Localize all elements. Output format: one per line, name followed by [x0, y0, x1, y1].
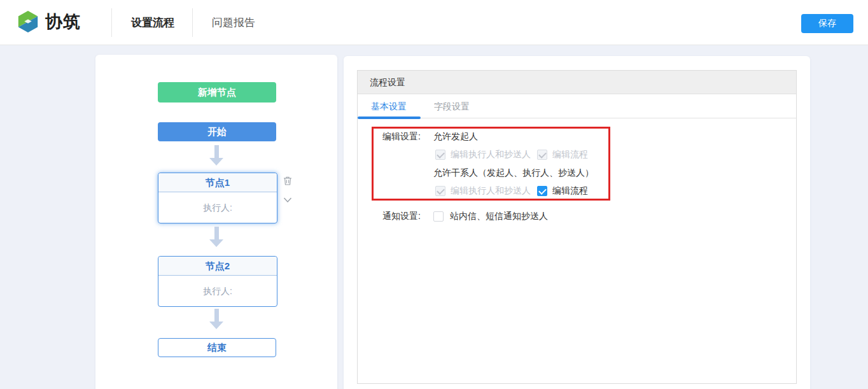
- flow-node-1[interactable]: 节点1 执行人:: [158, 173, 277, 223]
- panel-title: 流程设置: [358, 71, 796, 94]
- checkbox-edit-flow-disabled[interactable]: [537, 150, 547, 160]
- trash-icon[interactable]: [283, 176, 293, 186]
- nav-divider: [111, 8, 112, 37]
- flow-node-2[interactable]: 节点2 执行人:: [158, 256, 277, 307]
- app-logo: 协筑: [16, 10, 81, 34]
- node-executor-label: 执行人:: [158, 276, 277, 306]
- save-button[interactable]: 保存: [801, 14, 853, 33]
- stakeholder-option-2: 编辑流程: [537, 185, 588, 197]
- logo-text: 协筑: [45, 10, 81, 33]
- checkbox-edit-flow-checked[interactable]: [537, 186, 547, 196]
- allow-initiator-label: 允许发起人: [433, 131, 478, 143]
- checkbox-label: 编辑执行人和抄送人: [451, 149, 531, 160]
- settings-panel: 流程设置 基本设置 字段设置 编辑设置: 允许发起人 编辑执行人和抄送人 编辑流…: [344, 56, 810, 389]
- add-node-button[interactable]: 新增节点: [158, 82, 276, 103]
- settings-tabs: 基本设置 字段设置: [358, 94, 796, 118]
- start-node[interactable]: 开始: [158, 122, 276, 141]
- notify-settings-label: 通知设置:: [382, 211, 421, 222]
- tab-field-settings[interactable]: 字段设置: [434, 94, 470, 118]
- flow-arrow-down-icon: [95, 227, 337, 247]
- nav-tab-set-flow[interactable]: 设置流程: [113, 0, 192, 45]
- checkbox-label: 站内信、短信通知抄送人: [450, 211, 548, 222]
- node-executor-label: 执行人:: [158, 192, 277, 223]
- chevron-down-icon[interactable]: [283, 195, 293, 205]
- checkbox-label: 编辑执行人和抄送人: [451, 185, 531, 197]
- flow-arrow-down-icon: [95, 145, 337, 166]
- active-tab-underline: [358, 117, 421, 119]
- nav-divider: [192, 8, 193, 37]
- node-tools: [283, 176, 293, 205]
- flow-arrow-down-icon: [95, 309, 337, 329]
- logo-icon: [16, 10, 40, 34]
- stakeholder-option-1: 编辑执行人和抄送人: [435, 185, 531, 197]
- top-bar: 协筑 设置流程 问题报告 保存: [0, 0, 868, 45]
- tab-basic-settings[interactable]: 基本设置: [371, 94, 407, 118]
- checkbox-notify-unchecked[interactable]: [433, 211, 444, 222]
- notify-option: 站内信、短信通知抄送人: [433, 211, 548, 222]
- checkbox-label: 编辑流程: [552, 149, 588, 160]
- checkbox-edit-executors-disabled[interactable]: [435, 150, 445, 160]
- initiator-option-1: 编辑执行人和抄送人: [435, 149, 531, 160]
- flow-settings-box: 流程设置 基本设置 字段设置 编辑设置: 允许发起人 编辑执行人和抄送人 编辑流…: [357, 70, 797, 384]
- allow-stakeholders-label: 允许干系人（发起人、执行人、抄送人）: [433, 167, 594, 179]
- checkbox-edit-executors-disabled[interactable]: [435, 186, 445, 196]
- end-node[interactable]: 结束: [158, 338, 276, 357]
- flow-panel: 新增节点 开始 节点1 执行人: 节点2 执行人: 结束: [95, 55, 337, 389]
- node-title: 节点1: [158, 173, 277, 192]
- node-title: 节点2: [158, 257, 277, 276]
- initiator-option-2: 编辑流程: [537, 149, 588, 160]
- edit-settings-label: 编辑设置:: [382, 131, 421, 143]
- nav-tab-issue-report[interactable]: 问题报告: [194, 0, 273, 45]
- checkbox-label: 编辑流程: [552, 185, 588, 197]
